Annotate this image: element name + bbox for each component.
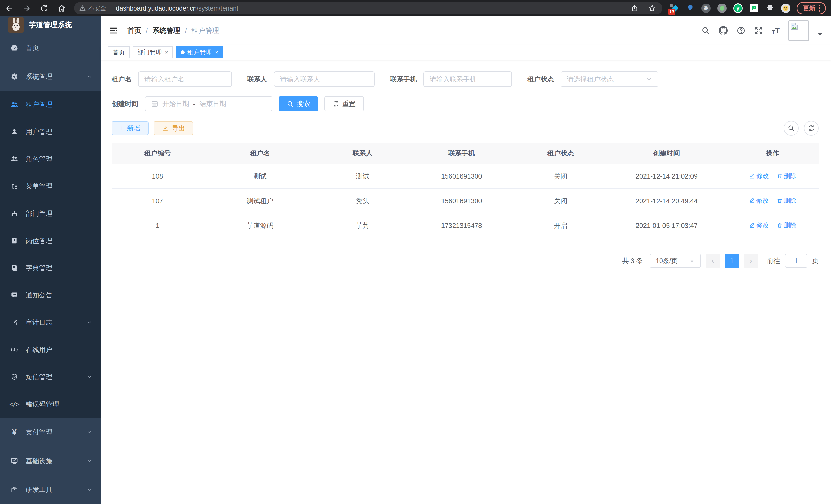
edit-button[interactable]: 修改 (749, 197, 769, 205)
sidebar-item-role[interactable]: 角色管理 (0, 145, 101, 173)
update-label: 更新 (803, 4, 815, 12)
col-tenant-name: 租户名 (203, 143, 317, 164)
search-button[interactable]: 搜索 (279, 96, 318, 112)
sidebar-item-label: 通知公告 (26, 291, 52, 300)
edit-button[interactable]: 修改 (749, 172, 769, 180)
delete-button[interactable]: 删除 (777, 221, 796, 229)
date-end-placeholder[interactable]: 结束日期 (199, 99, 226, 109)
sidebar-item-audit-log[interactable]: 审计日志 (0, 309, 101, 336)
tab-home[interactable]: 首页 (108, 47, 130, 58)
system-submenu: 租户管理 用户管理 角色管理 菜单管理 (0, 91, 101, 418)
show-search-button[interactable] (784, 121, 799, 136)
add-button[interactable]: + 新增 (112, 121, 148, 136)
delete-button[interactable]: 删除 (777, 172, 796, 180)
date-range-picker[interactable]: 开始日期 - 结束日期 (145, 96, 273, 112)
tab-dept[interactable]: 部门管理 × (133, 47, 173, 58)
edit-pen-icon (749, 223, 755, 228)
tenant-name-label: 租户名 (112, 75, 132, 84)
sidebar-item-home[interactable]: 首页 (0, 33, 101, 62)
security-chip[interactable]: 不安全 (79, 4, 106, 12)
help-icon[interactable] (737, 26, 745, 35)
reload-icon[interactable] (39, 3, 49, 13)
font-size-icon[interactable]: TT (772, 27, 780, 34)
forward-icon[interactable] (22, 3, 32, 13)
wechat-devtools-extension-icon[interactable] (749, 4, 758, 13)
col-status: 租户状态 (515, 143, 607, 164)
sidebar-item-sms[interactable]: 短信管理 (0, 363, 101, 390)
edit-pen-icon (749, 198, 755, 203)
trash-icon (777, 173, 782, 179)
delete-button[interactable]: 删除 (777, 197, 796, 205)
avatar-caret-icon[interactable] (818, 33, 823, 36)
hamburger-icon[interactable] (109, 26, 118, 35)
sidebar-item-pay[interactable]: ¥ 支付管理 (0, 418, 101, 446)
bookmark-star-icon[interactable] (647, 3, 657, 13)
sidebar-item-dept[interactable]: 部门管理 (0, 200, 101, 227)
sidebar-item-user[interactable]: 用户管理 (0, 118, 101, 145)
contact-label: 联系人 (247, 75, 267, 84)
sidebar-item-error-code[interactable]: </> 错误码管理 (0, 390, 101, 418)
sidebar-item-online-user[interactable]: 在线用户 (0, 336, 101, 363)
goto-page-input[interactable] (787, 257, 805, 265)
gear-icon (10, 73, 19, 80)
sidebar-item-notice[interactable]: 通知公告 (0, 281, 101, 309)
balloon-extension-icon[interactable] (686, 4, 695, 13)
logo-rabbit (8, 17, 24, 33)
close-icon[interactable]: × (165, 49, 168, 56)
header-search-icon[interactable] (701, 26, 710, 35)
breadcrumb-system[interactable]: 系统管理 (153, 26, 180, 35)
address-bar[interactable]: 不安全 dashboard.yudao.iocoder.cn/system/te… (74, 2, 662, 14)
sidebar-item-label: 角色管理 (26, 155, 52, 164)
next-page-button[interactable]: › (744, 254, 758, 268)
export-button[interactable]: 导出 (154, 121, 193, 136)
breadcrumb-home[interactable]: 首页 (127, 26, 141, 35)
sidebar-item-tenant[interactable]: 租户管理 (0, 91, 101, 118)
contact-input[interactable] (280, 75, 369, 83)
dashboard-icon (10, 44, 19, 52)
page-1-button[interactable]: 1 (725, 254, 739, 268)
status-select[interactable]: 请选择租户状态 (561, 71, 658, 87)
refresh-table-button[interactable] (804, 121, 819, 136)
sidebar-item-menu[interactable]: 菜单管理 (0, 173, 101, 200)
prev-page-button[interactable]: ‹ (706, 254, 720, 268)
sidebar-item-post[interactable]: 岗位管理 (0, 227, 101, 254)
cell-status: 关闭 (515, 188, 607, 213)
close-icon[interactable]: × (215, 49, 219, 56)
sidebar-item-dict[interactable]: 字典管理 (0, 254, 101, 281)
screen-recorder-extension-icon[interactable] (717, 4, 727, 13)
sidebar-item-infra[interactable]: 基础设施 (0, 446, 101, 475)
github-icon[interactable] (719, 26, 728, 35)
yuque-extension-icon[interactable]: y (733, 4, 743, 13)
cell-tenant-name: 测试 (203, 164, 317, 188)
app-title: 芋道管理系统 (29, 20, 72, 30)
tree-menu-icon (10, 183, 19, 190)
home-icon[interactable] (57, 3, 67, 13)
sidebar-item-system[interactable]: 系统管理 (0, 62, 101, 91)
chrome-update-button[interactable]: 更新 (797, 2, 826, 14)
cell-created: 2021-12-14 21:02:09 (606, 164, 727, 188)
date-start-placeholder[interactable]: 开始日期 (163, 99, 189, 109)
navbar-tools: TT (701, 20, 823, 41)
omnibox-divider (111, 5, 111, 12)
sidebar-item-dev-tools[interactable]: 研发工具 (0, 475, 101, 504)
avatar[interactable] (789, 20, 809, 41)
sidebar-logo-row[interactable]: 芋道管理系统 (0, 17, 101, 33)
tab-tenant[interactable]: 租户管理 × (176, 47, 223, 58)
page-size-select[interactable]: 10条/页 (650, 254, 701, 268)
back-icon[interactable] (4, 3, 15, 13)
browser-toolbar: 不安全 dashboard.yudao.iocoder.cn/system/te… (0, 0, 831, 17)
tenant-name-input[interactable] (144, 75, 226, 83)
command-extension-icon[interactable]: ⌘ (701, 4, 711, 13)
extension-blue-diamond-icon[interactable]: 10 (670, 4, 679, 13)
share-icon[interactable] (630, 3, 640, 13)
table-row: 107 测试租户 秃头 15601691300 关闭 2021-12-14 20… (112, 188, 819, 213)
emoji-extension-icon[interactable] (781, 4, 791, 13)
mobile-input[interactable] (430, 75, 506, 83)
chrome-menu-icon[interactable] (819, 5, 821, 11)
puzzle-extension-icon[interactable] (765, 4, 774, 13)
reset-button[interactable]: 重置 (324, 96, 364, 112)
edit-button[interactable]: 修改 (749, 221, 769, 229)
cell-contact: 芋艿 (317, 213, 408, 238)
fullscreen-icon[interactable] (754, 26, 763, 35)
chevron-down-icon (86, 319, 92, 325)
